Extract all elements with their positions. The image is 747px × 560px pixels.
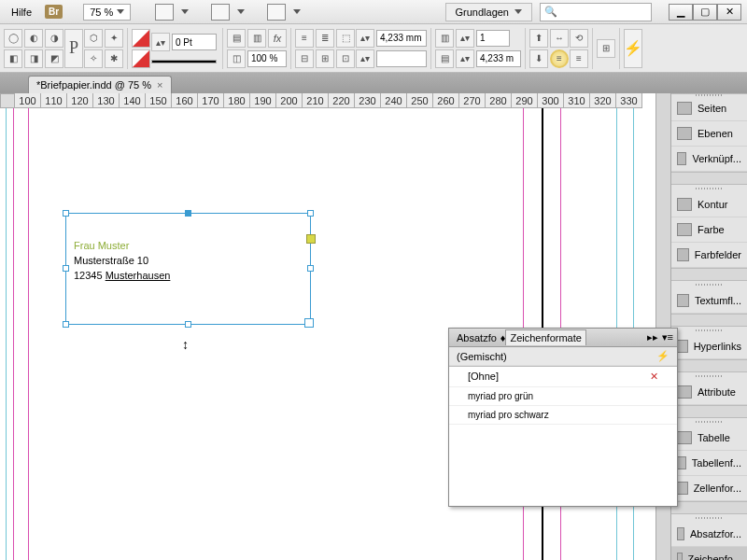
outport-icon[interactable] bbox=[306, 234, 316, 244]
stroke-weight-input[interactable]: 0 Pt bbox=[172, 34, 217, 50]
style-list-item[interactable]: myriad pro schwarz bbox=[449, 406, 677, 425]
document-tab[interactable]: *Briefpapier.indd @ 75 % × bbox=[28, 76, 172, 93]
tool-icon[interactable]: ✧ bbox=[84, 49, 103, 68]
character-styles-panel[interactable]: Absatzfo ♦ Zeichenformate ▸▸ ▾≡ (Gemisch… bbox=[448, 328, 678, 507]
stepper-icon[interactable]: ▴▾ bbox=[456, 29, 474, 48]
tool-icon[interactable]: ▥ bbox=[247, 29, 266, 48]
panel-item[interactable]: Tabelle bbox=[671, 426, 747, 451]
align-icon[interactable]: ≡ bbox=[295, 29, 314, 48]
close-button[interactable]: ✕ bbox=[717, 4, 741, 21]
panel-item[interactable]: Textumfl... bbox=[671, 288, 747, 314]
options-icon[interactable]: ⊞ bbox=[597, 39, 615, 58]
ruler-origin[interactable] bbox=[0, 93, 15, 108]
panel-item[interactable]: Tabellenf... bbox=[671, 451, 747, 476]
guide[interactable] bbox=[13, 108, 14, 560]
paragraph-icon[interactable]: P bbox=[64, 29, 83, 68]
stepper-icon[interactable]: ▴▾ bbox=[356, 29, 374, 48]
group-grip[interactable] bbox=[671, 418, 747, 426]
scale-input[interactable]: 100 % bbox=[247, 50, 287, 67]
clear-override-icon[interactable]: ✕ bbox=[650, 371, 658, 383]
panel-item[interactable]: Farbfelder bbox=[671, 243, 747, 268]
workspace-dropdown[interactable]: Grundlagen bbox=[445, 3, 533, 21]
cols-icon[interactable]: ▥ bbox=[435, 29, 454, 48]
group-grip[interactable] bbox=[671, 514, 747, 522]
close-tab-icon[interactable]: × bbox=[157, 79, 162, 91]
panel-tab-active[interactable]: Zeichenformate bbox=[505, 329, 585, 345]
resize-handle[interactable] bbox=[304, 318, 314, 328]
text-frame[interactable]: Frau Muster Musterstraße 10 12345 Muster… bbox=[65, 213, 311, 325]
quick-apply-icon[interactable]: ⚡ bbox=[624, 29, 642, 68]
cell-height-input2[interactable] bbox=[376, 50, 427, 67]
panel-item[interactable]: Farbe bbox=[671, 217, 747, 243]
fill-swatch[interactable] bbox=[132, 29, 150, 48]
align-icon[interactable]: ⊞ bbox=[316, 49, 334, 68]
guide[interactable] bbox=[28, 108, 29, 560]
zoom-dropdown[interactable]: 75 % bbox=[83, 4, 131, 21]
tool-icon[interactable]: ◧ bbox=[4, 49, 22, 68]
cell-height-input[interactable]: 4,233 mm bbox=[376, 30, 427, 47]
tool-icon[interactable]: ✱ bbox=[105, 49, 123, 68]
panel-item[interactable]: Ebenen bbox=[671, 121, 747, 147]
panel-item[interactable]: Absatzfor... bbox=[671, 522, 747, 547]
tool-icon[interactable]: ◨ bbox=[24, 49, 43, 68]
menu-help[interactable]: Hilfe bbox=[6, 4, 37, 21]
bridge-badge[interactable]: Br bbox=[45, 5, 63, 19]
resize-handle[interactable] bbox=[63, 321, 69, 328]
valign-top-icon[interactable]: ⬆ bbox=[529, 29, 548, 48]
align-icon[interactable]: ≣ bbox=[316, 29, 334, 48]
panel-item[interactable]: Hyperlinks bbox=[671, 334, 747, 359]
panel-item[interactable]: Kontur bbox=[671, 192, 747, 217]
resize-handle[interactable] bbox=[307, 210, 314, 217]
stroke-style[interactable] bbox=[151, 60, 217, 63]
tool-icon[interactable]: ◩ bbox=[45, 49, 63, 68]
stepper-icon[interactable]: ▴▾ bbox=[356, 49, 374, 68]
rotate-icon[interactable]: ⟲ bbox=[570, 29, 588, 48]
fx-icon[interactable]: fx bbox=[268, 29, 287, 48]
align-icon[interactable]: ⊡ bbox=[336, 49, 355, 68]
resize-handle[interactable] bbox=[185, 321, 191, 328]
resize-handle[interactable] bbox=[307, 265, 314, 272]
style-list-item[interactable]: [Ohne]✕ bbox=[449, 367, 677, 387]
group-grip[interactable] bbox=[671, 185, 747, 192]
tool-icon[interactable]: ▤ bbox=[227, 29, 246, 48]
panel-item[interactable]: Attribute bbox=[671, 380, 747, 405]
panel-item[interactable]: Zellenfor... bbox=[671, 476, 747, 501]
tool-icon[interactable]: ✦ bbox=[105, 29, 123, 48]
view-mode-icon-1[interactable] bbox=[155, 4, 174, 21]
minimize-button[interactable]: ▁ bbox=[669, 4, 693, 21]
resize-handle[interactable] bbox=[63, 210, 69, 217]
panel-item[interactable]: Verknüpf... bbox=[671, 147, 747, 172]
panel-header[interactable]: Absatzfo ♦ Zeichenformate ▸▸ ▾≡ bbox=[449, 329, 677, 347]
group-grip[interactable] bbox=[671, 281, 747, 288]
columns-input[interactable]: 1 bbox=[476, 30, 510, 47]
valign-bottom-icon[interactable]: ⬇ bbox=[529, 49, 548, 68]
text-content[interactable]: Frau Muster Musterstraße 10 12345 Muster… bbox=[66, 214, 310, 290]
guide[interactable] bbox=[6, 108, 7, 560]
resize-handle[interactable] bbox=[185, 210, 191, 217]
search-input[interactable]: 🔍 bbox=[540, 3, 652, 21]
screen-mode-icon[interactable] bbox=[211, 4, 230, 21]
resize-handle[interactable] bbox=[63, 265, 69, 272]
flash-icon[interactable]: ⚡ bbox=[656, 350, 669, 362]
stepper-icon[interactable]: ▴▾ bbox=[151, 33, 170, 51]
tool-icon[interactable]: ⬡ bbox=[84, 29, 103, 48]
rows-icon[interactable]: ▤ bbox=[435, 49, 454, 68]
valign-mid-icon[interactable]: ↔ bbox=[550, 29, 569, 48]
cell-width-input[interactable]: 4,233 m bbox=[476, 50, 521, 67]
collapse-icon[interactable]: ▸▸ bbox=[647, 331, 658, 343]
stroke-swatch[interactable] bbox=[132, 49, 150, 68]
panel-tab[interactable]: Absatzfo bbox=[453, 330, 500, 345]
rotate-icon[interactable]: ≡ bbox=[570, 49, 588, 68]
group-grip[interactable] bbox=[671, 327, 747, 334]
tool-icon[interactable]: ◑ bbox=[45, 29, 63, 48]
tool-icon[interactable]: ◫ bbox=[227, 49, 246, 68]
wrap-icon[interactable]: ⬚ bbox=[336, 29, 355, 48]
panel-item[interactable]: Zeichenfo... bbox=[671, 547, 747, 560]
align-icon[interactable]: ⊟ bbox=[295, 49, 314, 68]
panel-menu-icon[interactable]: ▾≡ bbox=[662, 331, 673, 343]
stepper-icon[interactable]: ▴▾ bbox=[456, 49, 474, 68]
style-list-item[interactable]: myriad pro grün bbox=[449, 387, 677, 406]
maximize-button[interactable]: ▢ bbox=[693, 4, 717, 21]
panel-item[interactable]: Seiten bbox=[671, 96, 747, 121]
tool-icon[interactable]: ◐ bbox=[24, 29, 43, 48]
